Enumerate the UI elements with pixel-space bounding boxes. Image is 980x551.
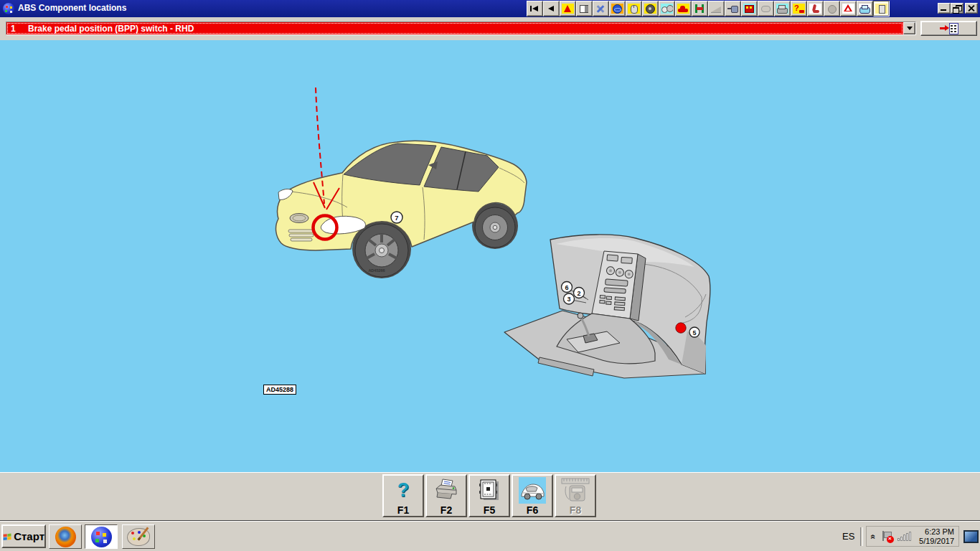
component-dropdown[interactable]: 1 Brake pedal position (BPP) switch - RH… [6,22,916,35]
svg-text:3: 3 [567,296,570,303]
vehicle-illustration: 7 AD45266 [271,76,529,281]
callout-7: 7 [391,212,402,223]
go-first-button[interactable] [527,1,543,17]
callout-6: 6 [562,282,573,293]
close-button[interactable] [965,3,978,14]
interior-illustration: 6 2 3 5 [502,231,725,380]
paint-taskbar-button[interactable] [122,524,155,549]
language-indicator[interactable]: ES [837,531,860,542]
app-taskbar-button[interactable] [85,524,118,549]
error-badge-icon [887,536,894,543]
alert-flag-icon[interactable] [881,531,892,542]
selected-component-label: Brake pedal position (BPP) switch - RHD [28,24,194,34]
gauges-button[interactable] [659,1,675,17]
open-document-button[interactable] [920,21,977,36]
firefox-icon [55,527,76,547]
tray-divider [860,527,863,546]
wheel-button[interactable] [642,1,659,17]
printer-icon [433,476,459,504]
locations-button-f6[interactable]: F6 [512,474,553,517]
tray-clock[interactable]: 6:23 PM 5/19/2017 [919,527,954,546]
tools-icon [595,4,607,14]
svg-text:7: 7 [395,214,398,222]
title-bar: ABS Component locations [0,0,980,17]
wheel-icon [644,4,656,14]
show-desktop-button[interactable] [963,530,979,543]
dropdown-arrow-button[interactable] [903,22,915,34]
question-mark-icon: ? [397,479,410,501]
status-circle-icon [826,4,838,14]
figure-code-interior: AD45288 [263,385,296,395]
warning-button[interactable] [560,1,576,17]
callout-3: 3 [564,293,575,304]
connector-document-icon [477,476,501,504]
dropdown-selection[interactable]: 1 Brake pedal position (BPP) switch - RH… [6,22,903,34]
vehicle-help-icon [793,4,805,14]
print-button-f2[interactable]: F2 [425,474,467,517]
app-icon [3,3,14,14]
restore-button[interactable] [951,3,963,14]
car-diagram-icon [519,476,546,504]
connector-icon [727,4,739,14]
module-icon [875,4,887,14]
go-back-icon [545,4,557,14]
jump-to-document-icon [940,23,958,34]
vehicle-lift-icon [694,4,706,14]
red-dot-marker [676,323,686,333]
multimeter-icon [560,476,590,504]
caption-toolbar [527,1,890,17]
red-vehicle-icon [677,4,689,14]
connector-button[interactable] [725,1,741,17]
seat-icon [809,4,821,14]
mouse-button[interactable] [626,1,642,17]
app-disc-icon [91,527,112,547]
window-controls [938,3,978,14]
start-button[interactable]: Старт [1,524,46,548]
vehicle-service-icon [776,4,788,14]
tools-button[interactable] [593,1,609,17]
code-reader-button[interactable] [741,1,758,17]
abs-warning-icon [842,4,854,14]
multimeter-button-f8: F8 [555,474,596,517]
seat-button[interactable] [807,1,824,17]
blank-icon [760,4,772,14]
abs-button[interactable] [840,1,857,17]
callout-2: 2 [574,288,585,298]
blank-button [758,1,774,17]
code-reader-icon [743,4,755,14]
shifter-knob [578,313,583,319]
diagram-canvas: 7 AD45266 [0,40,980,472]
taskbar: Старт ES « 6:23 PM 5/19/2017 [0,521,980,551]
svg-text:2: 2 [577,290,580,297]
red-vehicle-button[interactable] [675,1,692,17]
palette-icon [127,528,150,546]
windows-logo-icon [3,531,11,542]
pinout-button-f5[interactable]: F5 [468,474,510,517]
component-selector-row: 1 Brake pedal position (BPP) switch - RH… [0,17,980,41]
ramp-button [708,1,725,17]
warning-icon [562,4,574,14]
chevron-up-icon[interactable]: « [869,534,879,539]
gauges-icon [661,4,673,14]
selected-index: 1 [11,24,28,34]
vehicle-help-button[interactable] [791,1,807,17]
module-button[interactable] [873,1,890,17]
signal-strength-icon[interactable] [897,532,911,541]
ramp-icon [710,4,722,14]
vehicle-lift-button[interactable] [692,1,708,17]
vehicle-diagram-button[interactable] [857,1,873,17]
help-button-f1[interactable]: ? F1 [382,474,424,517]
go-back-button[interactable] [543,1,560,17]
report-button[interactable] [576,1,593,17]
report-icon [578,4,590,14]
system-tray: ES « 6:23 PM 5/19/2017 [837,524,979,549]
minimize-button[interactable] [938,3,951,14]
figure-code-vehicle: AD45266 [368,268,385,273]
tray-icons-group: « 6:23 PM 5/19/2017 [866,526,959,547]
svg-text:5: 5 [692,329,696,336]
vehicle-service-button[interactable] [774,1,791,17]
vehicle-diagram-icon [859,4,871,14]
firefox-taskbar-button[interactable] [49,524,82,549]
web-button[interactable] [609,1,626,17]
go-first-icon [529,4,541,14]
